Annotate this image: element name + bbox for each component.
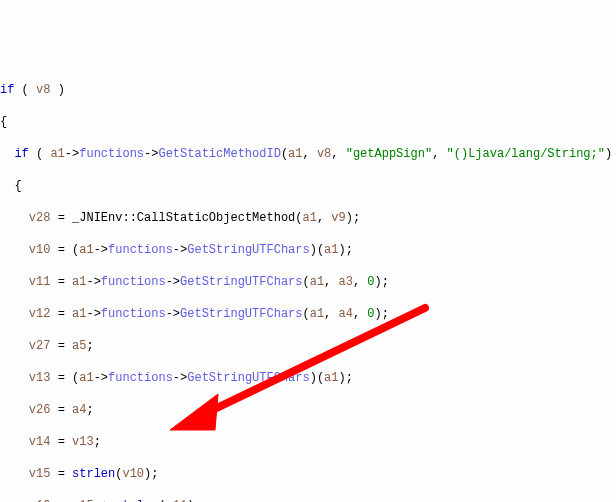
code-line: v26 = a4; [0,402,616,418]
code-line: { [0,178,616,194]
code-line: v15 = strlen(v10); [0,466,616,482]
code-line: v13 = (a1->functions->GetStringUTFChars)… [0,370,616,386]
code-line: v12 = a1->functions->GetStringUTFChars(a… [0,306,616,322]
code-line: { [0,114,616,130]
code-block: if ( v8 ) { if ( a1->functions->GetStati… [0,64,616,502]
code-line: v16 = v15 + strlen(v11); [0,498,616,502]
code-line: if ( v8 ) [0,82,616,98]
code-line: v28 = _JNIEnv::CallStaticObjectMethod(a1… [0,210,616,226]
code-line: v27 = a5; [0,338,616,354]
code-line: v14 = v13; [0,434,616,450]
code-line: v11 = a1->functions->GetStringUTFChars(a… [0,274,616,290]
code-line: if ( a1->functions->GetStaticMethodID(a1… [0,146,616,162]
code-line: v10 = (a1->functions->GetStringUTFChars)… [0,242,616,258]
